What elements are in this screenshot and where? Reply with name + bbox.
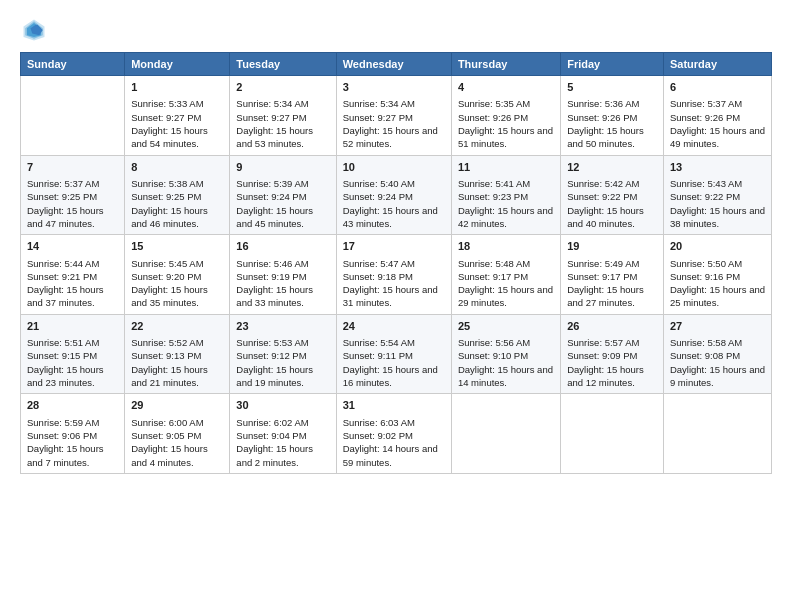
- sunset-text: Sunset: 9:09 PM: [567, 349, 657, 362]
- daylight-text: Daylight: 15 hours and 46 minutes.: [131, 204, 223, 231]
- daylight-text: Daylight: 15 hours and 9 minutes.: [670, 363, 765, 390]
- daylight-text: Daylight: 15 hours and 12 minutes.: [567, 363, 657, 390]
- day-number: 19: [567, 239, 657, 254]
- sunrise-text: Sunrise: 5:47 AM: [343, 257, 445, 270]
- sunrise-text: Sunrise: 5:40 AM: [343, 177, 445, 190]
- daylight-text: Daylight: 15 hours and 53 minutes.: [236, 124, 329, 151]
- sunrise-text: Sunrise: 5:46 AM: [236, 257, 329, 270]
- daylight-text: Daylight: 15 hours and 25 minutes.: [670, 283, 765, 310]
- sunrise-text: Sunrise: 5:34 AM: [236, 97, 329, 110]
- sunset-text: Sunset: 9:24 PM: [236, 190, 329, 203]
- sunset-text: Sunset: 9:17 PM: [567, 270, 657, 283]
- daylight-text: Daylight: 15 hours and 29 minutes.: [458, 283, 554, 310]
- sunset-text: Sunset: 9:26 PM: [567, 111, 657, 124]
- daylight-text: Daylight: 15 hours and 42 minutes.: [458, 204, 554, 231]
- page-header: [20, 16, 772, 44]
- sunset-text: Sunset: 9:06 PM: [27, 429, 118, 442]
- day-number: 23: [236, 319, 329, 334]
- calendar-cell: 1Sunrise: 5:33 AMSunset: 9:27 PMDaylight…: [125, 76, 230, 156]
- sunrise-text: Sunrise: 5:41 AM: [458, 177, 554, 190]
- daylight-text: Daylight: 15 hours and 54 minutes.: [131, 124, 223, 151]
- header-cell-friday: Friday: [561, 53, 664, 76]
- sunrise-text: Sunrise: 5:49 AM: [567, 257, 657, 270]
- daylight-text: Daylight: 15 hours and 38 minutes.: [670, 204, 765, 231]
- calendar-cell: 27Sunrise: 5:58 AMSunset: 9:08 PMDayligh…: [663, 314, 771, 394]
- calendar-cell: 9Sunrise: 5:39 AMSunset: 9:24 PMDaylight…: [230, 155, 336, 235]
- calendar-cell: 5Sunrise: 5:36 AMSunset: 9:26 PMDaylight…: [561, 76, 664, 156]
- sunset-text: Sunset: 9:21 PM: [27, 270, 118, 283]
- day-number: 24: [343, 319, 445, 334]
- day-number: 1: [131, 80, 223, 95]
- daylight-text: Daylight: 15 hours and 43 minutes.: [343, 204, 445, 231]
- daylight-text: Daylight: 15 hours and 2 minutes.: [236, 442, 329, 469]
- daylight-text: Daylight: 15 hours and 14 minutes.: [458, 363, 554, 390]
- week-row-3: 14Sunrise: 5:44 AMSunset: 9:21 PMDayligh…: [21, 235, 772, 315]
- sunset-text: Sunset: 9:16 PM: [670, 270, 765, 283]
- daylight-text: Daylight: 15 hours and 50 minutes.: [567, 124, 657, 151]
- day-number: 12: [567, 160, 657, 175]
- calendar-cell: 26Sunrise: 5:57 AMSunset: 9:09 PMDayligh…: [561, 314, 664, 394]
- sunset-text: Sunset: 9:26 PM: [458, 111, 554, 124]
- day-number: 18: [458, 239, 554, 254]
- sunset-text: Sunset: 9:19 PM: [236, 270, 329, 283]
- sunrise-text: Sunrise: 5:39 AM: [236, 177, 329, 190]
- daylight-text: Daylight: 15 hours and 7 minutes.: [27, 442, 118, 469]
- sunrise-text: Sunrise: 5:51 AM: [27, 336, 118, 349]
- week-row-1: 1Sunrise: 5:33 AMSunset: 9:27 PMDaylight…: [21, 76, 772, 156]
- daylight-text: Daylight: 15 hours and 47 minutes.: [27, 204, 118, 231]
- sunset-text: Sunset: 9:25 PM: [131, 190, 223, 203]
- calendar-cell: 18Sunrise: 5:48 AMSunset: 9:17 PMDayligh…: [451, 235, 560, 315]
- header-row: SundayMondayTuesdayWednesdayThursdayFrid…: [21, 53, 772, 76]
- sunrise-text: Sunrise: 5:58 AM: [670, 336, 765, 349]
- day-number: 27: [670, 319, 765, 334]
- week-row-4: 21Sunrise: 5:51 AMSunset: 9:15 PMDayligh…: [21, 314, 772, 394]
- calendar-table: SundayMondayTuesdayWednesdayThursdayFrid…: [20, 52, 772, 474]
- day-number: 29: [131, 398, 223, 413]
- sunset-text: Sunset: 9:13 PM: [131, 349, 223, 362]
- sunset-text: Sunset: 9:18 PM: [343, 270, 445, 283]
- day-number: 17: [343, 239, 445, 254]
- calendar-cell: 31Sunrise: 6:03 AMSunset: 9:02 PMDayligh…: [336, 394, 451, 474]
- sunrise-text: Sunrise: 5:52 AM: [131, 336, 223, 349]
- daylight-text: Daylight: 15 hours and 37 minutes.: [27, 283, 118, 310]
- page-container: SundayMondayTuesdayWednesdayThursdayFrid…: [0, 0, 792, 484]
- daylight-text: Daylight: 15 hours and 21 minutes.: [131, 363, 223, 390]
- calendar-cell: 21Sunrise: 5:51 AMSunset: 9:15 PMDayligh…: [21, 314, 125, 394]
- calendar-header: SundayMondayTuesdayWednesdayThursdayFrid…: [21, 53, 772, 76]
- sunrise-text: Sunrise: 5:43 AM: [670, 177, 765, 190]
- daylight-text: Daylight: 15 hours and 16 minutes.: [343, 363, 445, 390]
- week-row-2: 7Sunrise: 5:37 AMSunset: 9:25 PMDaylight…: [21, 155, 772, 235]
- logo-icon: [20, 16, 48, 44]
- day-number: 25: [458, 319, 554, 334]
- day-number: 21: [27, 319, 118, 334]
- sunset-text: Sunset: 9:22 PM: [567, 190, 657, 203]
- calendar-cell: 30Sunrise: 6:02 AMSunset: 9:04 PMDayligh…: [230, 394, 336, 474]
- day-number: 2: [236, 80, 329, 95]
- sunrise-text: Sunrise: 5:56 AM: [458, 336, 554, 349]
- daylight-text: Daylight: 15 hours and 23 minutes.: [27, 363, 118, 390]
- day-number: 16: [236, 239, 329, 254]
- calendar-cell: 2Sunrise: 5:34 AMSunset: 9:27 PMDaylight…: [230, 76, 336, 156]
- sunset-text: Sunset: 9:27 PM: [236, 111, 329, 124]
- sunrise-text: Sunrise: 5:45 AM: [131, 257, 223, 270]
- calendar-cell: 14Sunrise: 5:44 AMSunset: 9:21 PMDayligh…: [21, 235, 125, 315]
- daylight-text: Daylight: 15 hours and 40 minutes.: [567, 204, 657, 231]
- header-cell-thursday: Thursday: [451, 53, 560, 76]
- calendar-cell: 4Sunrise: 5:35 AMSunset: 9:26 PMDaylight…: [451, 76, 560, 156]
- calendar-cell: 24Sunrise: 5:54 AMSunset: 9:11 PMDayligh…: [336, 314, 451, 394]
- calendar-cell: 29Sunrise: 6:00 AMSunset: 9:05 PMDayligh…: [125, 394, 230, 474]
- week-row-5: 28Sunrise: 5:59 AMSunset: 9:06 PMDayligh…: [21, 394, 772, 474]
- sunset-text: Sunset: 9:10 PM: [458, 349, 554, 362]
- sunrise-text: Sunrise: 5:50 AM: [670, 257, 765, 270]
- sunrise-text: Sunrise: 6:00 AM: [131, 416, 223, 429]
- sunrise-text: Sunrise: 6:03 AM: [343, 416, 445, 429]
- header-cell-monday: Monday: [125, 53, 230, 76]
- sunrise-text: Sunrise: 5:57 AM: [567, 336, 657, 349]
- day-number: 15: [131, 239, 223, 254]
- sunset-text: Sunset: 9:04 PM: [236, 429, 329, 442]
- day-number: 5: [567, 80, 657, 95]
- sunset-text: Sunset: 9:24 PM: [343, 190, 445, 203]
- daylight-text: Daylight: 15 hours and 33 minutes.: [236, 283, 329, 310]
- calendar-cell: [663, 394, 771, 474]
- calendar-cell: 20Sunrise: 5:50 AMSunset: 9:16 PMDayligh…: [663, 235, 771, 315]
